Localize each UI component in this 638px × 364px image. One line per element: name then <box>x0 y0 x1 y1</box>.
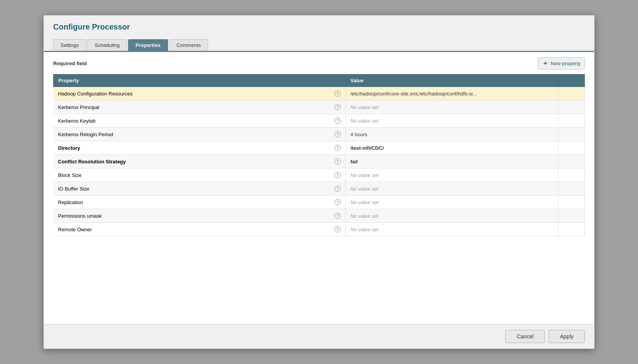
property-value: /test-nifi/CDC/ <box>350 145 384 151</box>
property-name: Kerberos Principal <box>58 104 99 110</box>
table-row[interactable]: Kerberos Principal?No value set <box>54 101 585 114</box>
table-row[interactable]: IO Buffer Size?No value set <box>54 182 585 196</box>
property-action-cell <box>558 155 584 168</box>
property-name: Replication <box>58 199 83 205</box>
required-field-header: Required field ＋ New property <box>53 57 585 69</box>
property-name: Directory <box>58 145 80 151</box>
help-icon[interactable]: ? <box>335 158 341 165</box>
property-action-cell <box>558 168 584 182</box>
help-icon[interactable]: ? <box>335 172 341 178</box>
help-icon[interactable]: ? <box>335 199 341 205</box>
property-value: /etc/hadoop/conf/core-site.xml,/etc/hado… <box>350 91 477 97</box>
dialog-footer: Cancel Apply <box>44 324 594 348</box>
configure-processor-dialog: Configure Processor Settings Scheduling … <box>43 15 595 349</box>
new-property-label: New property <box>551 61 581 66</box>
help-icon[interactable]: ? <box>335 226 341 232</box>
apply-button[interactable]: Apply <box>549 330 585 343</box>
tab-comments[interactable]: Comments <box>169 39 208 51</box>
property-value: No value set <box>350 199 378 205</box>
property-name: Kerberos Relogin Period <box>58 132 113 137</box>
property-value: fail <box>350 159 358 165</box>
property-value: No value set <box>350 172 378 178</box>
property-name: Conflict Resolution Strategy <box>58 159 126 165</box>
table-row[interactable]: Kerberos Keytab?No value set <box>54 114 585 128</box>
properties-content: Required field ＋ New property Property V… <box>44 51 594 324</box>
help-icon[interactable]: ? <box>335 145 341 151</box>
property-name: Hadoop Configuration Resources <box>58 91 133 97</box>
property-name: Remote Owner <box>58 227 92 232</box>
col-header-property: Property <box>54 75 346 87</box>
help-icon[interactable]: ? <box>335 118 341 124</box>
property-name: Block Size <box>58 172 82 178</box>
table-row[interactable]: Remote Owner?No value set <box>54 223 585 236</box>
table-row[interactable]: Block Size?No value set <box>54 168 585 182</box>
property-action-cell <box>558 87 584 101</box>
property-name: Permissions umask <box>58 213 102 219</box>
table-row[interactable]: Kerberos Relogin Period?4 hours <box>54 128 585 141</box>
tabs-container: Settings Scheduling Properties Comments <box>44 39 594 51</box>
required-label-text: Required field <box>53 61 87 66</box>
col-header-action <box>558 75 584 87</box>
plus-icon: ＋ <box>542 59 548 68</box>
content-inner: Required field ＋ New property Property V… <box>44 52 594 240</box>
table-row[interactable]: Replication?No value set <box>54 196 585 209</box>
property-action-cell <box>558 223 584 236</box>
property-value: 4 hours <box>350 132 367 137</box>
help-icon[interactable]: ? <box>335 213 341 219</box>
tab-scheduling[interactable]: Scheduling <box>87 39 127 51</box>
table-body: Hadoop Configuration Resources?/etc/hado… <box>54 87 585 236</box>
property-action-cell <box>558 141 584 155</box>
property-action-cell <box>558 196 584 209</box>
help-icon[interactable]: ? <box>335 131 341 137</box>
table-row[interactable]: Hadoop Configuration Resources?/etc/hado… <box>54 87 585 101</box>
property-action-cell <box>558 101 584 114</box>
col-header-value: Value <box>345 75 558 87</box>
property-action-cell <box>558 128 584 141</box>
help-icon[interactable]: ? <box>335 104 341 110</box>
tab-settings[interactable]: Settings <box>53 39 86 51</box>
property-value: No value set <box>350 118 378 124</box>
property-action-cell <box>558 114 584 128</box>
property-value: No value set <box>350 227 378 232</box>
table-row[interactable]: Conflict Resolution Strategy?fail <box>54 155 585 168</box>
property-action-cell <box>558 209 584 223</box>
dialog-title: Configure Processor <box>53 23 585 31</box>
table-header: Property Value <box>54 75 585 87</box>
property-name: IO Buffer Size <box>58 186 90 192</box>
property-value: No value set <box>350 186 378 192</box>
tab-properties[interactable]: Properties <box>128 39 168 51</box>
cancel-button[interactable]: Cancel <box>505 330 545 343</box>
help-icon[interactable]: ? <box>335 90 341 97</box>
property-value: No value set <box>350 213 378 219</box>
property-value: No value set <box>350 104 378 110</box>
help-icon[interactable]: ? <box>335 185 341 192</box>
new-property-button[interactable]: ＋ New property <box>538 57 585 69</box>
properties-table: Property Value Hadoop Configuration Reso… <box>53 74 585 236</box>
property-action-cell <box>558 182 584 196</box>
dialog-header: Configure Processor <box>44 16 594 36</box>
table-row[interactable]: Permissions umask?No value set <box>54 209 585 223</box>
table-row[interactable]: Directory?/test-nifi/CDC/ <box>54 141 585 155</box>
property-name: Kerberos Keytab <box>58 118 96 124</box>
